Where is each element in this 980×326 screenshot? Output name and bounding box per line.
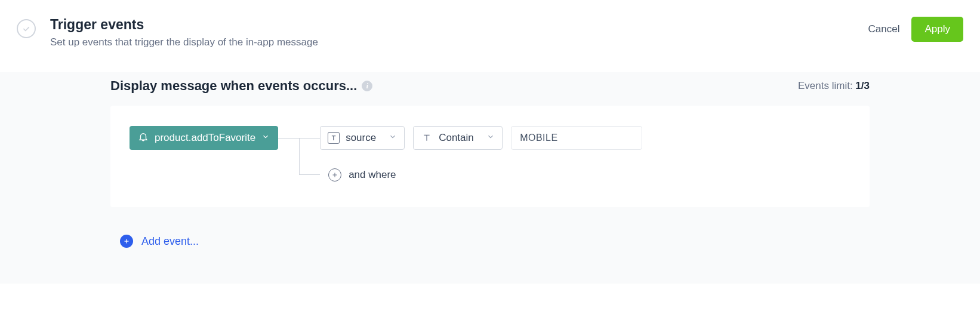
bell-icon xyxy=(138,131,149,145)
type-text-box-icon: T xyxy=(328,132,340,144)
connector-lines xyxy=(278,126,320,180)
chevron-down-icon xyxy=(389,132,397,144)
content-area: Display message when events occurs... i … xyxy=(0,72,980,284)
header-text-block: Trigger events Set up events that trigge… xyxy=(50,17,868,48)
header-actions: Cancel Apply xyxy=(868,17,963,42)
section-header: Display message when events occurs... i … xyxy=(110,72,870,106)
apply-button[interactable]: Apply xyxy=(911,17,963,42)
events-limit-label: Events limit: 1/3 xyxy=(798,80,870,92)
event-card: product.addToFavorite T xyxy=(110,106,870,207)
plus-circle-icon xyxy=(328,168,341,182)
value-input[interactable] xyxy=(511,126,642,150)
attribute-selector[interactable]: T source xyxy=(320,126,405,150)
add-condition-button[interactable]: and where xyxy=(320,163,642,187)
cancel-button[interactable]: Cancel xyxy=(868,23,900,35)
chevron-down-icon xyxy=(486,132,495,144)
chevron-down-icon xyxy=(261,132,270,144)
filter-row: T source Co xyxy=(320,126,642,150)
and-where-label: and where xyxy=(349,169,396,181)
add-event-label: Add event... xyxy=(141,235,199,248)
event-selector[interactable]: product.addToFavorite xyxy=(130,126,278,150)
event-name: product.addToFavorite xyxy=(155,132,255,144)
status-check-icon xyxy=(17,19,36,38)
plus-solid-icon xyxy=(120,235,133,248)
section-title: Display message when events occurs... xyxy=(110,78,357,94)
operator-selector[interactable]: Contain xyxy=(413,126,503,150)
operator-label: Contain xyxy=(439,132,474,144)
page-header: Trigger events Set up events that trigge… xyxy=(0,0,980,72)
add-event-button[interactable]: Add event... xyxy=(120,235,199,248)
page-title: Trigger events xyxy=(50,17,868,33)
info-icon[interactable]: i xyxy=(362,81,372,91)
attribute-label: source xyxy=(346,132,376,144)
type-text-icon xyxy=(421,132,433,144)
page-subtitle: Set up events that trigger the display o… xyxy=(50,36,868,48)
